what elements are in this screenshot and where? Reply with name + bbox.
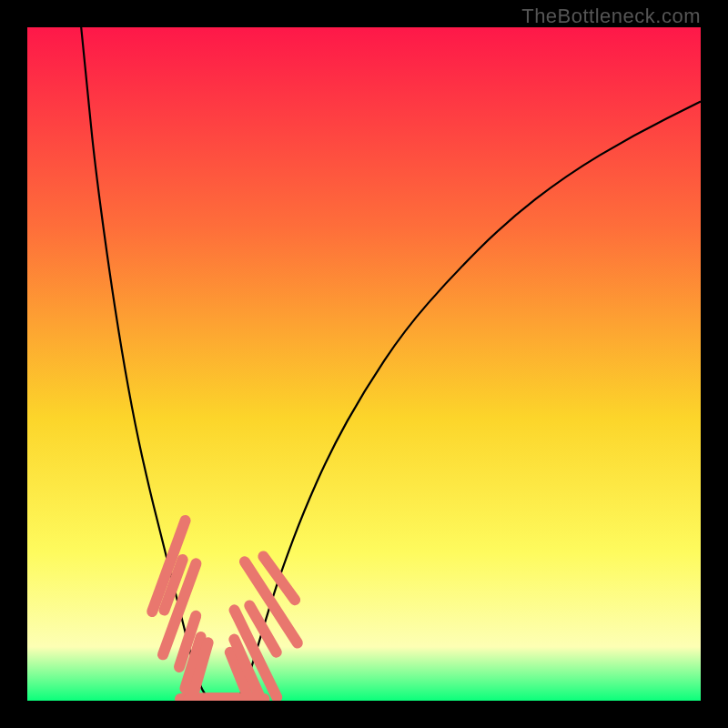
plot-area bbox=[27, 27, 701, 701]
bottleneck-curve bbox=[27, 27, 701, 701]
watermark-text: TheBottleneck.com bbox=[521, 5, 701, 28]
data-markers bbox=[146, 513, 306, 701]
svg-rect-16 bbox=[202, 693, 267, 701]
chart-stage: TheBottleneck.com bbox=[0, 0, 728, 728]
